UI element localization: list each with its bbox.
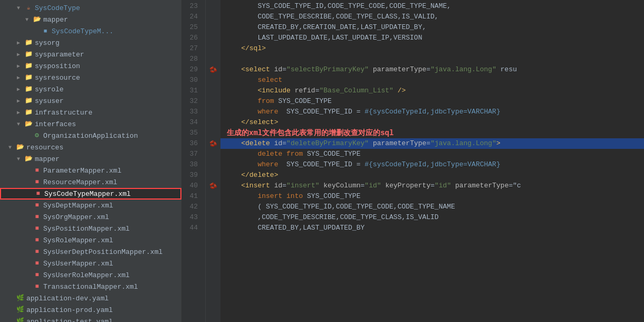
tree-label: SysPositionMapper.xml bbox=[43, 225, 130, 233]
arrow-icon bbox=[17, 40, 24, 46]
tree-label: sysposition bbox=[35, 62, 80, 70]
code-line-36: <delete id="deleteByPrimaryKey" paramete… bbox=[220, 138, 644, 149]
tree-item-mapper[interactable]: mapper bbox=[0, 14, 181, 25]
code-line-30: select bbox=[220, 75, 644, 86]
tree-item-orgapp[interactable]: ⚙ OrganizationApplication bbox=[0, 130, 181, 141]
tree-item-syscodetype[interactable]: SysCodeType bbox=[0, 2, 181, 14]
tree-label: SysCodeTypeMapper.xml bbox=[44, 190, 131, 198]
arrow-icon bbox=[17, 5, 24, 11]
arrow-icon bbox=[17, 109, 24, 116]
tree-label: OrganizationApplication bbox=[43, 132, 138, 140]
code-line-44: CREATED_BY,LAST_UPDATED_BY bbox=[220, 223, 644, 233]
xml-red-icon: ■ bbox=[33, 178, 41, 186]
tree-item-interfaces[interactable]: interfaces bbox=[0, 118, 181, 130]
code-line-25: CREATED_BY,CREATION_DATE,LAST_UPDATED_BY… bbox=[220, 22, 644, 33]
code-line-35: 生成的xml文件包含此表常用的增删改查对应的sql bbox=[220, 128, 644, 138]
tree-item-sysparameter[interactable]: sysparameter bbox=[0, 49, 181, 60]
tree-item-sysdeptmapper[interactable]: ■ SysDeptMapper.xml bbox=[0, 200, 181, 211]
code-line-28 bbox=[220, 54, 644, 64]
tree-item-appprod[interactable]: 🌿 application-prod.yaml bbox=[0, 304, 181, 316]
tree-label: TransactionalMapper.xml bbox=[43, 283, 138, 291]
code-lines[interactable]: SYS_CODE_TYPE_ID,CODE_TYPE_CODE,CODE_TYP… bbox=[220, 0, 644, 322]
gear-icon: ⚙ bbox=[33, 131, 41, 140]
code-line-39: </delete> bbox=[220, 170, 644, 181]
code-line-31: <include refid="Base_Column_List" /> bbox=[220, 86, 644, 96]
tree-label: sysresource bbox=[35, 74, 80, 82]
tree-item-syscodetypemapper-xml[interactable]: ■ SysCodeTypeMapper.xml bbox=[0, 188, 181, 200]
annotation-text: 生成的xml文件包含此表常用的增删改查对应的sql bbox=[227, 128, 393, 138]
xml-red-icon: ■ bbox=[33, 224, 41, 233]
tree-item-infrastructure[interactable]: infrastructure bbox=[0, 107, 181, 118]
tree-item-apptest[interactable]: 🌿 application-test.yaml bbox=[0, 316, 181, 322]
tree-item-appdev[interactable]: 🌿 application-dev.yaml bbox=[0, 292, 181, 304]
arrow-icon bbox=[17, 156, 24, 162]
tree-label: SysUserMapper.xml bbox=[43, 260, 113, 268]
tree-item-sysorgmapper[interactable]: ■ SysOrgMapper.xml bbox=[0, 211, 181, 223]
tree-label: SysUserDeptPositionMapper.xml bbox=[43, 248, 162, 256]
folder-icon bbox=[24, 73, 33, 82]
tree-label: ParameterMapper.xml bbox=[43, 167, 121, 175]
tree-label: SysCodeTypeM... bbox=[52, 27, 113, 35]
tree-label: mapper bbox=[35, 155, 60, 163]
code-line-34: </select> bbox=[220, 117, 644, 128]
xml-red-icon: ■ bbox=[34, 190, 42, 198]
xml-red-icon: ■ bbox=[33, 201, 41, 210]
file-tree[interactable]: SysCodeType mapper ■ SysCodeTypeM... sys… bbox=[0, 0, 182, 322]
tree-label: infrastructure bbox=[35, 109, 92, 117]
folder-icon bbox=[24, 108, 33, 117]
tree-item-transactionalmapper[interactable]: ■ TransactionalMapper.xml bbox=[0, 281, 181, 292]
tree-label: SysDeptMapper.xml bbox=[43, 202, 113, 210]
xml-red-icon: ■ bbox=[33, 248, 41, 256]
folder-open-icon bbox=[33, 15, 41, 24]
folder-icon bbox=[24, 39, 33, 47]
tree-item-sysuserrolemapper[interactable]: ■ SysUserRoleMapper.xml bbox=[0, 269, 181, 281]
code-line-26: LAST_UPDATED_DATE,LAST_UPDATE_IP,VERSION bbox=[220, 33, 644, 43]
tree-item-sysusermapper[interactable]: ■ SysUserMapper.xml bbox=[0, 258, 181, 269]
folder-open-icon bbox=[24, 155, 33, 163]
folder-icon bbox=[24, 62, 33, 70]
tree-label: sysrole bbox=[35, 86, 64, 93]
arrow-icon bbox=[8, 145, 16, 150]
tree-item-sysrolemapper[interactable]: ■ SysRoleMapper.xml bbox=[0, 234, 181, 246]
tree-item-sysposition[interactable]: sysposition bbox=[0, 60, 181, 72]
tree-label: sysparameter bbox=[35, 51, 84, 59]
app-icon: 🌿 bbox=[16, 317, 24, 322]
code-line-27: </sql> bbox=[220, 43, 644, 54]
tree-item-parametermapper[interactable]: ■ ParameterMapper.xml bbox=[0, 165, 181, 176]
tree-item-syscodetypemapper-java[interactable]: ■ SysCodeTypeM... bbox=[0, 25, 181, 37]
tree-label: application-dev.yaml bbox=[26, 295, 109, 302]
folder-open-icon bbox=[24, 120, 33, 128]
code-line-32: from SYS_CODE_TYPE bbox=[220, 96, 644, 107]
xml-red-icon: ■ bbox=[33, 236, 41, 244]
xml-red-icon: ■ bbox=[33, 271, 41, 279]
arrow-icon bbox=[17, 63, 24, 69]
tree-item-syspositionmapper[interactable]: ■ SysPositionMapper.xml bbox=[0, 223, 181, 234]
tree-label: resources bbox=[26, 144, 63, 151]
tree-item-sysuser[interactable]: sysuser bbox=[0, 95, 181, 107]
code-line-38: where SYS_CODE_TYPE_ID = #{sysCodeTypeId… bbox=[220, 159, 644, 170]
java-icon: ■ bbox=[41, 27, 50, 35]
tree-label: application-prod.yaml bbox=[26, 306, 113, 314]
tree-label: SysUserRoleMapper.xml bbox=[43, 271, 130, 279]
code-line-43: ,CODE_TYPE_DESCRIBE,CODE_TYPE_CLASS,IS_V… bbox=[220, 212, 644, 223]
tree-item-sysrole[interactable]: sysrole bbox=[0, 83, 181, 95]
code-line-37: delete from SYS_CODE_TYPE bbox=[220, 149, 644, 159]
tree-label: sysuser bbox=[35, 97, 64, 105]
tree-item-sysorg[interactable]: sysorg bbox=[0, 37, 181, 49]
java-icon bbox=[24, 4, 33, 12]
arrow-icon bbox=[17, 74, 24, 81]
arrow-icon bbox=[17, 121, 24, 127]
tree-item-mapper-resources[interactable]: mapper bbox=[0, 153, 181, 165]
tree-item-resources[interactable]: resources bbox=[0, 141, 181, 153]
tree-label: ResourceMapper.xml bbox=[43, 178, 117, 186]
tree-label: mapper bbox=[43, 16, 68, 24]
tree-item-sysresource[interactable]: sysresource bbox=[0, 72, 181, 83]
code-line-24: CODE_TYPE_DESCRIBE,CODE_TYPE_CLASS,IS_VA… bbox=[220, 12, 644, 22]
app-icon: 🌿 bbox=[16, 294, 24, 302]
xml-red-icon: ■ bbox=[33, 282, 41, 291]
tree-item-sysuserdeptpositionmapper[interactable]: ■ SysUserDeptPositionMapper.xml bbox=[0, 246, 181, 258]
tree-label: application-test.yaml bbox=[26, 318, 113, 323]
xml-red-icon: ■ bbox=[33, 166, 41, 175]
tree-item-resourcemapper[interactable]: ■ ResourceMapper.xml bbox=[0, 176, 181, 188]
code-line-42: ( SYS_CODE_TYPE_ID,CODE_TYPE_CODE,CODE_T… bbox=[220, 202, 644, 212]
